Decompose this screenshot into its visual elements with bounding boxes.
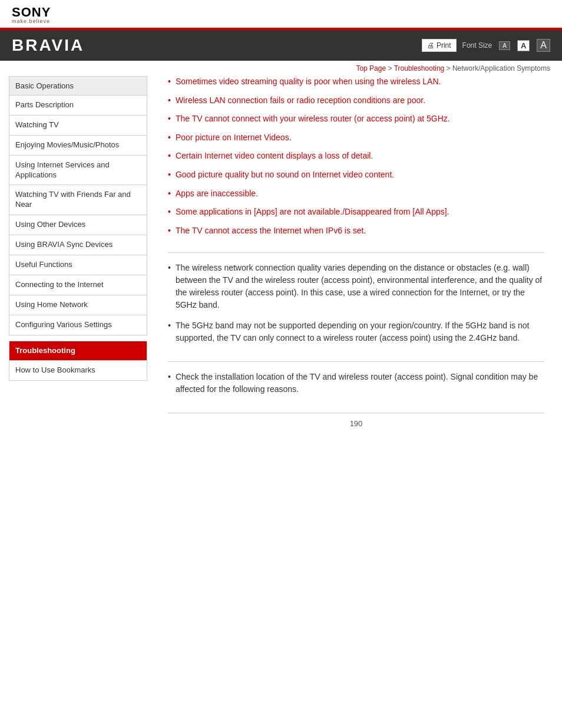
sidebar-item-bravia-sync[interactable]: Using BRAVIA Sync Devices: [9, 235, 147, 255]
font-medium-button[interactable]: A: [517, 40, 530, 51]
sony-text: SONY: [12, 6, 550, 19]
sidebar-item-other-devices[interactable]: Using Other Devices: [9, 215, 147, 235]
link-wireless-lan-fails[interactable]: Wireless LAN connection fails or radio r…: [176, 95, 425, 107]
breadcrumb-troubleshooting[interactable]: Troubleshooting: [394, 64, 445, 73]
sidebar-section-label: Basic Operations: [15, 81, 74, 90]
bravia-header: BRAVIA 🖨 Print Font Size A A A: [0, 28, 562, 61]
link-item-2: Wireless LAN connection fails or radio r…: [168, 95, 544, 107]
font-size-label: Font Size: [462, 41, 492, 50]
sidebar-item-watching-friends[interactable]: Watching TV with Friends Far and Near: [9, 185, 147, 215]
top-bar: SONY make.believe: [0, 0, 562, 28]
link-poor-picture-internet[interactable]: Poor picture on Internet Videos.: [176, 132, 292, 144]
sidebar-item-internet-services[interactable]: Using Internet Services and Applications: [9, 156, 147, 186]
link-item-6: Good picture quality but no sound on Int…: [168, 169, 544, 181]
header-right: 🖨 Print Font Size A A A: [422, 39, 550, 52]
link-ipv6[interactable]: The TV cannot access the Internet when I…: [176, 225, 366, 237]
link-item-7: Apps are inaccessible.: [168, 188, 544, 200]
breadcrumb-sep2: >: [447, 64, 452, 73]
sidebar-item-home-network[interactable]: Using Home Network: [9, 295, 147, 315]
link-cannot-connect-5ghz[interactable]: The TV cannot connect with your wireless…: [176, 113, 450, 125]
sidebar-item-configuring-settings[interactable]: Configuring Various Settings: [9, 315, 147, 335]
breadcrumb-current: Network/Application Symptoms: [452, 64, 550, 73]
link-streaming-quality[interactable]: Sometimes video streaming quality is poo…: [176, 76, 441, 88]
link-no-sound-internet[interactable]: Good picture quality but no sound on Int…: [176, 169, 394, 181]
link-item-1: Sometimes video streaming quality is poo…: [168, 76, 544, 88]
page-number: 190: [168, 413, 544, 434]
sony-tagline: make.believe: [12, 19, 550, 24]
sidebar-gap: [9, 335, 147, 341]
print-icon: 🖨: [427, 41, 434, 50]
content: Sometimes video streaming quality is poo…: [150, 76, 556, 446]
sidebar-item-connecting-internet[interactable]: Connecting to the Internet: [9, 275, 147, 295]
print-button[interactable]: 🖨 Print: [422, 39, 457, 52]
breadcrumb: Top Page > Troubleshooting > Network/App…: [0, 61, 562, 76]
text-item-wireless-quality: The wireless network connection quality …: [168, 262, 544, 311]
section-text-1: The wireless network connection quality …: [168, 253, 544, 362]
sidebar-item-bookmarks[interactable]: How to Use Bookmarks: [9, 361, 147, 381]
breadcrumb-top-page[interactable]: Top Page: [356, 64, 386, 73]
font-large-button[interactable]: A: [537, 39, 550, 52]
print-label: Print: [437, 41, 451, 50]
link-apps-inaccessible[interactable]: Apps are inaccessible.: [176, 188, 258, 200]
text-item-installation: Check the installation location of the T…: [168, 371, 544, 396]
sidebar-item-useful-functions[interactable]: Useful Functions: [9, 255, 147, 275]
sidebar: Basic Operations Parts Description Watch…: [6, 76, 150, 446]
breadcrumb-sep1: >: [388, 64, 394, 73]
link-item-3: The TV cannot connect with your wireless…: [168, 113, 544, 125]
link-item-4: Poor picture on Internet Videos.: [168, 132, 544, 144]
link-loss-of-detail[interactable]: Certain Internet video content displays …: [176, 150, 373, 162]
bravia-title: BRAVIA: [12, 36, 84, 55]
sidebar-item-enjoying-movies[interactable]: Enjoying Movies/Music/Photos: [9, 136, 147, 156]
link-item-8: Some applications in [Apps] are not avai…: [168, 206, 544, 218]
sidebar-item-troubleshooting[interactable]: Troubleshooting: [9, 341, 147, 361]
link-apps-not-available[interactable]: Some applications in [Apps] are not avai…: [176, 206, 449, 218]
sony-logo: SONY make.believe: [12, 6, 550, 24]
text-item-5ghz-band: The 5GHz band may not be supported depen…: [168, 319, 544, 344]
link-item-5: Certain Internet video content displays …: [168, 150, 544, 162]
sidebar-item-parts-description[interactable]: Parts Description: [9, 95, 147, 116]
sidebar-section-basic-operations[interactable]: Basic Operations: [9, 76, 147, 95]
section-links: Sometimes video streaming quality is poo…: [168, 76, 544, 253]
link-item-9: The TV cannot access the Internet when I…: [168, 225, 544, 237]
font-small-button[interactable]: A: [499, 41, 510, 50]
main-layout: Basic Operations Parts Description Watch…: [0, 76, 562, 446]
sidebar-item-watching-tv[interactable]: Watching TV: [9, 116, 147, 136]
section-text-2: Check the installation location of the T…: [168, 362, 544, 413]
